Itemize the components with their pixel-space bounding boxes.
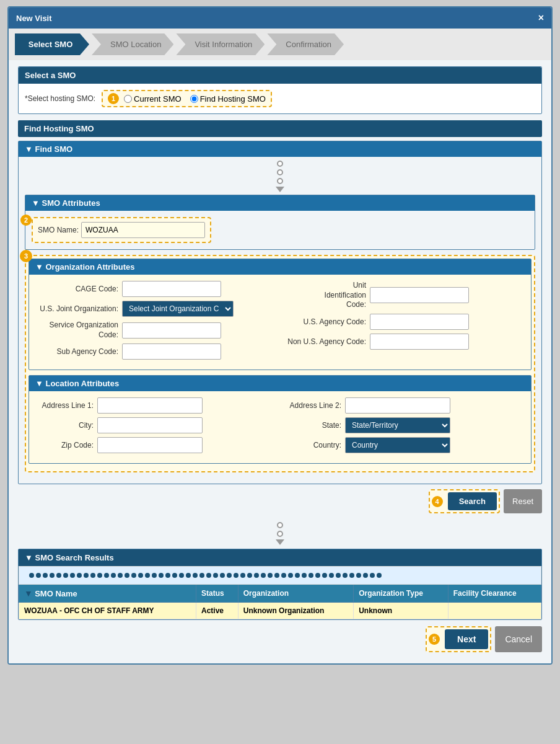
dot	[29, 573, 34, 578]
addr1-label: Address Line 1:	[35, 401, 97, 410]
cancel-button[interactable]: Cancel	[495, 626, 542, 652]
non-us-agency-label: Non U.S. Agency Code:	[283, 337, 370, 346]
step-visit-information[interactable]: Visit Information	[176, 33, 265, 55]
org-right-col: UnitIdentificationCode: U.S. Agency Code…	[283, 281, 525, 363]
city-input[interactable]	[97, 417, 203, 433]
cell-status: Active	[196, 603, 238, 619]
zip-row: Zip Code:	[35, 437, 277, 453]
current-smo-option[interactable]: Current SMO	[124, 94, 182, 104]
dot	[281, 573, 286, 578]
service-org-row: Service OrganizationCode:	[35, 321, 277, 340]
table-row[interactable]: WOZUAA - OFC CH OF STAFF ARMY Active Unk…	[19, 603, 541, 619]
dot	[152, 573, 157, 578]
dot	[336, 573, 341, 578]
smo-attributes-section: ▼ SMO Attributes 2 SMO Name:	[25, 195, 535, 250]
state-select[interactable]: State/Territory	[345, 417, 450, 433]
modal-header: New Visit ×	[9, 7, 551, 29]
service-org-input[interactable]	[122, 322, 221, 339]
state-label: State:	[283, 421, 345, 430]
step-confirmation-label[interactable]: Confirmation	[267, 33, 344, 55]
dot	[295, 573, 300, 578]
next-highlight-box: 5 Next	[426, 626, 491, 652]
country-select[interactable]: Country	[345, 437, 450, 453]
zip-input[interactable]	[97, 437, 203, 453]
zip-label: Zip Code:	[35, 441, 97, 450]
connector-dot-1	[277, 161, 283, 167]
org-location-wrapper: 3 ▼ Organization Attributes CAGE Cod	[25, 255, 535, 472]
non-us-agency-input[interactable]	[370, 334, 469, 350]
step-confirmation[interactable]: Confirmation	[267, 33, 344, 55]
search-results-section: ▼ SMO Search Results ▼ SMO Nam	[18, 549, 542, 620]
connector-dot-3	[277, 178, 283, 184]
step-visit-info-label[interactable]: Visit Information	[176, 33, 265, 55]
current-smo-radio[interactable]	[124, 95, 132, 103]
cage-code-input[interactable]	[122, 281, 221, 297]
dot	[179, 573, 184, 578]
dot	[247, 573, 252, 578]
cell-organization: Unknown Organization	[238, 603, 353, 619]
dot	[254, 573, 259, 578]
dot	[302, 573, 307, 578]
dot	[138, 573, 143, 578]
dot	[90, 573, 95, 578]
addr1-input[interactable]	[97, 397, 203, 414]
find-hosting-smo-header: Find Hosting SMO	[18, 120, 542, 137]
find-smo-header: ▼ Find SMO	[19, 141, 541, 157]
next-button[interactable]: Next	[445, 629, 488, 649]
joint-org-select[interactable]: Select Joint Organization Code	[122, 301, 234, 317]
org-attributes-section: ▼ Organization Attributes CAGE Code:	[28, 259, 532, 370]
results-table: ▼ SMO Name Status Organization Organizat…	[19, 566, 541, 619]
dot	[329, 573, 334, 578]
reset-button[interactable]: Reset	[504, 489, 542, 513]
step-select-smo-label[interactable]: Select SMO	[15, 33, 89, 55]
col-org-type[interactable]: Organization Type	[354, 585, 448, 603]
dot	[193, 573, 198, 578]
dot	[213, 573, 218, 578]
smo-name-input[interactable]	[81, 222, 205, 238]
location-attributes-body: Address Line 1: City: Zip Code:	[29, 391, 531, 463]
col-facility-clearance[interactable]: Facility Clearance	[448, 585, 541, 603]
search-button[interactable]: Search	[448, 492, 497, 510]
cage-code-row: CAGE Code:	[35, 281, 277, 297]
table-header-row: ▼ SMO Name Status Organization Organizat…	[19, 585, 541, 603]
dot	[165, 573, 170, 578]
step-smo-location[interactable]: SMO Location	[92, 33, 173, 55]
connector-dot-2	[277, 169, 283, 175]
step-select-smo[interactable]: Select SMO	[15, 33, 89, 55]
us-joint-org-label: U.S. Joint Organization:	[35, 304, 122, 313]
us-agency-input[interactable]	[370, 314, 469, 330]
cell-facility-clearance	[448, 603, 541, 619]
org-attributes-body: CAGE Code: U.S. Joint Organization: Sele…	[29, 275, 531, 370]
dot	[43, 573, 48, 578]
addr2-input[interactable]	[345, 397, 450, 414]
org-attributes-header: ▼ Organization Attributes	[29, 259, 531, 275]
connector-arrow	[276, 187, 284, 192]
dot	[349, 573, 354, 578]
badge-2: 2	[20, 215, 32, 226]
cell-org-type: Unknown	[354, 603, 448, 619]
dot	[50, 573, 55, 578]
city-label: City:	[35, 421, 97, 430]
dot	[111, 573, 116, 578]
step-smo-location-label[interactable]: SMO Location	[92, 33, 173, 55]
wizard-steps: Select SMO SMO Location Visit Informatio…	[9, 29, 551, 60]
smo-attributes-header: ▼ SMO Attributes	[25, 195, 535, 211]
location-attributes-header: ▼ Location Attributes	[29, 376, 531, 391]
find-hosting-option[interactable]: Find Hosting SMO	[190, 94, 266, 104]
sub-agency-input[interactable]	[122, 343, 221, 360]
close-button[interactable]: ×	[538, 12, 544, 24]
dot	[84, 573, 89, 578]
smo-name-highlight-box: SMO Name:	[32, 217, 211, 243]
org-left-col: CAGE Code: U.S. Joint Organization: Sele…	[35, 281, 277, 363]
col-organization[interactable]: Organization	[238, 585, 353, 603]
unit-id-input[interactable]	[370, 287, 469, 303]
col-status[interactable]: Status	[196, 585, 238, 603]
addr2-label: Address Line 2:	[283, 401, 345, 410]
smo-attributes-body: 2 SMO Name:	[25, 211, 535, 249]
connector-arrow-2	[276, 539, 284, 545]
sort-arrow-icon: ▼	[24, 588, 33, 598]
find-hosting-radio[interactable]	[190, 95, 198, 103]
col-smo-name[interactable]: ▼ SMO Name	[19, 585, 196, 603]
radio-group-highlight: 1 Current SMO Find Hosting SMO	[102, 90, 272, 107]
non-us-agency-row: Non U.S. Agency Code:	[283, 334, 525, 350]
